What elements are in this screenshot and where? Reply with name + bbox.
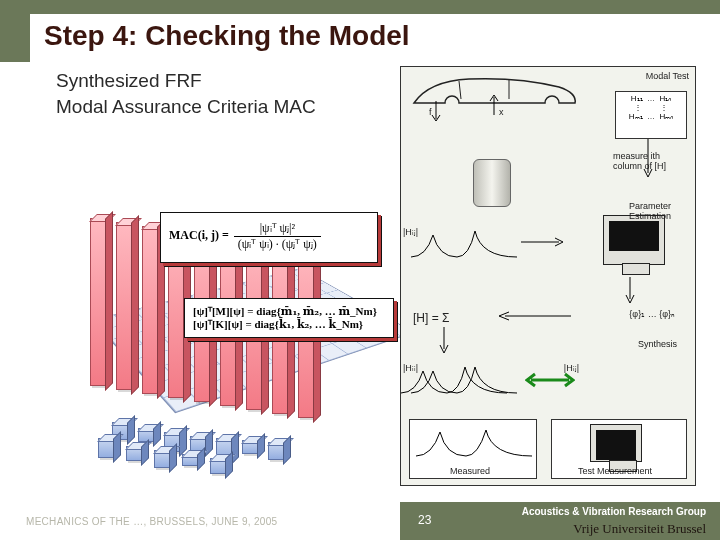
measured-box: Measured bbox=[409, 419, 537, 479]
frf-wave-1 bbox=[411, 227, 517, 261]
footer: MECHANICS OF THE …, BRUSSELS, JUNE 9, 20… bbox=[0, 502, 720, 540]
label-modal-test: Modal Test bbox=[646, 71, 689, 81]
mac-numerator: |ψᵢᵀ ψⱼ|² bbox=[234, 221, 321, 237]
slide-title: Step 4: Checking the Model bbox=[30, 14, 720, 62]
bar-offdiag bbox=[126, 446, 143, 461]
figure-modal-test-schematic: Modal Test f x H₁₁ … H₁ₙ ⋮ ⋮ Hₘ₁ … Hₘₙ m… bbox=[400, 66, 696, 486]
arrow-left-icon bbox=[497, 311, 571, 321]
bar-offdiag bbox=[98, 438, 115, 458]
label-synthesis: Synthesis bbox=[638, 339, 677, 349]
arrow-down-icon bbox=[643, 139, 653, 179]
arrow-right-icon bbox=[521, 237, 565, 247]
university-name: Vrije Universiteit Brussel bbox=[573, 521, 706, 537]
bar-offdiag bbox=[182, 454, 199, 466]
diag-k-eq: [ψ]ᵀ[K][ψ] = diag{k̄₁, k̄₂, … k̄_Nm} bbox=[193, 318, 385, 331]
bar-offdiag bbox=[154, 450, 171, 468]
label-test-meas: Test Measurement bbox=[578, 466, 652, 476]
mac-denominator: (ψᵢᵀ ψᵢ) · (ψⱼᵀ ψⱼ) bbox=[234, 237, 321, 252]
bar-offdiag bbox=[268, 442, 285, 460]
equation-mac: MAC(i, j) = |ψᵢᵀ ψⱼ|² (ψᵢᵀ ψᵢ) · (ψⱼᵀ ψⱼ… bbox=[160, 212, 378, 263]
diag-m-eq: [ψ]ᵀ[M][ψ] = diag{m̄₁, m̄₂, … m̄_Nm} bbox=[193, 305, 385, 318]
x-label: x bbox=[499, 107, 504, 117]
page-number: 23 bbox=[418, 513, 431, 527]
bar-diag bbox=[90, 218, 107, 386]
arrow-up-icon bbox=[489, 93, 499, 115]
sensor-cylinder-icon bbox=[473, 159, 511, 207]
arrow-down-icon bbox=[431, 101, 441, 123]
compare-double-arrow-icon bbox=[525, 371, 575, 389]
label-measured: Measured bbox=[450, 466, 490, 476]
label-Hij-left: |Hᵢⱼ| bbox=[403, 227, 418, 237]
content-area: Synthesized FRF Modal Assurance Criteria… bbox=[38, 68, 696, 496]
label-param-est: Parameter Estimation bbox=[629, 201, 689, 221]
equation-diag: [ψ]ᵀ[M][ψ] = diag{m̄₁, m̄₂, … m̄_Nm} [ψ]… bbox=[184, 298, 394, 338]
footer-left-text: MECHANICS OF THE …, BRUSSELS, JUNE 9, 20… bbox=[0, 502, 400, 540]
sum-eq: [H] = Σ bbox=[413, 311, 449, 325]
bar-diag bbox=[142, 226, 159, 394]
computer-icon bbox=[603, 215, 665, 265]
bar-offdiag bbox=[210, 458, 227, 474]
footer-right-band: 23 Acoustics & Vibration Research Group … bbox=[400, 502, 720, 540]
arrow-down-icon bbox=[439, 327, 449, 355]
phi-set: {φ}₁ … {φ}ₙ bbox=[629, 309, 675, 319]
bar-diag bbox=[116, 222, 133, 390]
frf-wave-meas bbox=[401, 363, 507, 397]
mac-label: MAC(i, j) = bbox=[169, 228, 229, 242]
bar-offdiag bbox=[242, 440, 259, 454]
title-band: Step 4: Checking the Model bbox=[0, 0, 720, 62]
matrix-H: H₁₁ … H₁ₙ ⋮ ⋮ Hₘ₁ … Hₘₙ bbox=[615, 91, 687, 139]
figure-mac-chart: MAC(i, j) = |ψᵢᵀ ψⱼ|² (ψᵢᵀ ψᵢ) · (ψⱼᵀ ψⱼ… bbox=[32, 140, 392, 490]
test-measurement-box: Test Measurement bbox=[551, 419, 687, 479]
research-group: Acoustics & Vibration Research Group bbox=[522, 506, 706, 517]
arrow-down-icon bbox=[625, 277, 635, 305]
